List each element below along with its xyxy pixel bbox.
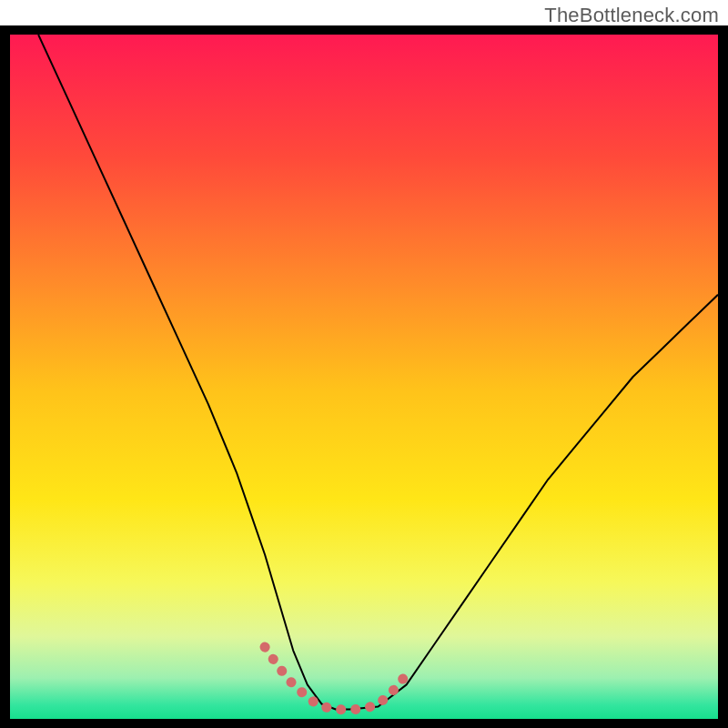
chart-frame [0,25,728,728]
optimal-band [265,647,407,710]
bottleneck-curve [38,35,718,709]
watermark-text: TheBottleneck.com [544,4,719,27]
chart-curves-layer [10,35,718,719]
chart-area [10,35,718,719]
